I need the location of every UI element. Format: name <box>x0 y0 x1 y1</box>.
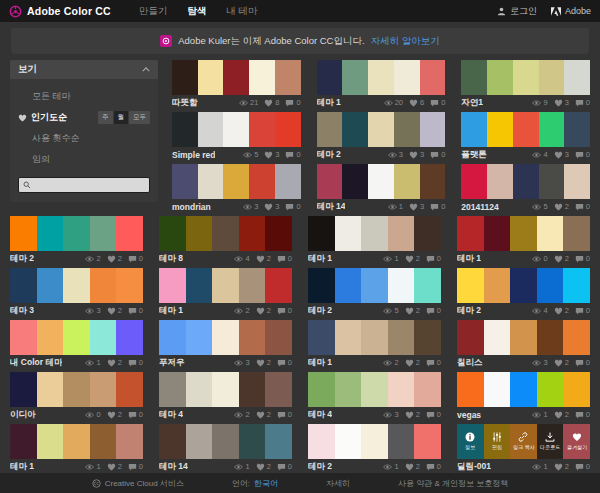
theme-card[interactable]: Simple red530 <box>172 112 301 161</box>
theme-card[interactable]: 테마 1220 <box>159 268 292 317</box>
theme-card[interactable]: 테마 14130 <box>317 164 446 213</box>
theme-card[interactable]: 20141124520 <box>461 164 590 213</box>
details-link[interactable]: 자세히 <box>326 478 350 489</box>
color-swatch <box>249 164 275 199</box>
theme-stat: 0 <box>285 150 300 159</box>
theme-card[interactable]: 자연1930 <box>461 60 590 109</box>
color-swatch <box>90 372 117 407</box>
edit-button[interactable]: 편집 <box>484 424 511 459</box>
theme-caption: 테마 14130 <box>317 200 446 213</box>
theme-card[interactable]: 칠리스320 <box>457 320 590 369</box>
theme-stat: 5 <box>243 150 258 159</box>
color-swatch <box>388 268 415 303</box>
theme-caption: 테마 2120 <box>308 460 441 473</box>
sidebar-item-popularity[interactable]: 인기도순 주 월 모두 <box>18 107 150 128</box>
theme-card[interactable]: 테마 1120 <box>10 424 143 473</box>
nav-item-create[interactable]: 만들기 <box>139 5 168 18</box>
time-filter-month[interactable]: 월 <box>114 111 129 124</box>
theme-card[interactable]: 정보편집링크 복사다운로드즐겨찾기딜림-001120 <box>457 424 590 473</box>
stat-count: 0 <box>586 254 590 263</box>
nav-item-explore[interactable]: 탐색 <box>187 5 206 18</box>
heart-icon <box>554 99 563 107</box>
theme-card[interactable]: 푸저우320 <box>159 320 292 369</box>
theme-card[interactable]: 내 Color 테마120 <box>10 320 143 369</box>
theme-card[interactable]: 테마 4320 <box>308 372 441 421</box>
theme-card[interactable]: 테마 3320 <box>10 268 143 317</box>
theme-card[interactable]: 테마 2120 <box>308 424 441 473</box>
favorite-button[interactable]: 즐겨찾기 <box>563 424 590 459</box>
theme-caption: 딜림-001120 <box>457 460 590 473</box>
color-swatch <box>487 112 513 147</box>
theme-card[interactable]: 테마 2330 <box>317 112 446 161</box>
login-label: 로그인 <box>510 5 537 18</box>
time-filter-all[interactable]: 모두 <box>129 111 150 124</box>
theme-swatches <box>159 424 292 459</box>
language-value[interactable]: 한국어 <box>254 478 278 489</box>
sidebar-header[interactable]: 보기 <box>10 60 158 79</box>
color-swatch <box>317 164 343 199</box>
eye-icon <box>85 255 94 263</box>
stat-count: 0 <box>96 410 100 419</box>
download-button[interactable]: 다운로드 <box>537 424 564 459</box>
app-logo[interactable]: Adobe Color CC <box>9 5 111 18</box>
theme-stat: 3 <box>264 202 279 211</box>
search-input[interactable] <box>34 180 145 190</box>
terms-link[interactable]: 사용 약관 & 개인정보 보호정책 <box>398 478 508 489</box>
theme-stat: 2 <box>256 462 271 471</box>
theme-stat: 2 <box>234 410 249 419</box>
time-filter-week[interactable]: 주 <box>98 111 113 124</box>
theme-card[interactable]: 플랫톤430 <box>461 112 590 161</box>
theme-card[interactable]: 따뜻함2180 <box>172 60 301 109</box>
theme-card[interactable]: 테마 8420 <box>159 216 292 265</box>
sidebar-item-all-themes[interactable]: 모든 테마 <box>18 86 150 107</box>
theme-card[interactable]: 테마 4220 <box>159 372 292 421</box>
theme-card[interactable]: 테마 2220 <box>10 216 143 265</box>
learn-more-link[interactable]: 자세히 알아보기 <box>371 35 440 48</box>
chevron-up-icon[interactable] <box>142 67 150 72</box>
theme-card[interactable]: 테마 2420 <box>457 268 590 317</box>
comment-icon <box>426 411 435 419</box>
theme-name: 테마 1 <box>10 461 34 473</box>
color-swatch <box>564 164 590 199</box>
theme-card[interactable]: 테마 12060 <box>317 60 446 109</box>
theme-card[interactable]: 테마 2520 <box>308 268 441 317</box>
theme-stat: 0 <box>430 98 445 107</box>
theme-stat: 2 <box>234 306 249 315</box>
theme-card[interactable]: 테마 1120 <box>308 216 441 265</box>
stat-count: 0 <box>139 254 143 263</box>
language-setting[interactable]: 언어: 한국어 <box>232 478 278 489</box>
theme-card[interactable]: vegas120 <box>457 372 590 421</box>
eye-icon <box>85 307 94 315</box>
sidebar-item-random[interactable]: 임의 <box>18 149 150 170</box>
adobe-brand[interactable]: Adobe <box>551 6 591 16</box>
heart-icon <box>554 255 563 263</box>
theme-stat: 0 <box>85 410 100 419</box>
color-swatch <box>461 112 487 147</box>
theme-stat: 0 <box>532 254 547 263</box>
comment-icon <box>128 307 137 315</box>
link-button[interactable]: 링크 복사 <box>510 424 537 459</box>
color-swatch <box>90 268 117 303</box>
search-box[interactable] <box>18 177 150 193</box>
color-swatch <box>212 268 239 303</box>
nav-item-my-themes[interactable]: 내 테마 <box>226 5 257 18</box>
theme-caption: 테마 2330 <box>317 148 446 161</box>
color-swatch <box>239 320 266 355</box>
color-swatch <box>10 320 37 355</box>
login-button[interactable]: 로그인 <box>497 5 537 18</box>
theme-card[interactable]: mondrian330 <box>172 164 301 213</box>
color-swatch <box>159 268 186 303</box>
creative-cloud-link[interactable]: Creative Cloud 서비스 <box>92 478 184 489</box>
theme-stat: 2 <box>107 358 122 367</box>
theme-card[interactable]: 테마 1020 <box>457 216 590 265</box>
stat-count: 2 <box>267 358 271 367</box>
theme-card[interactable]: 테마 1220 <box>308 320 441 369</box>
heart-icon <box>554 203 563 211</box>
stat-count: 0 <box>288 410 292 419</box>
theme-stat: 0 <box>277 254 292 263</box>
info-button[interactable]: 정보 <box>457 424 484 459</box>
theme-card[interactable]: 테마 14120 <box>159 424 292 473</box>
sidebar-item-usage-count[interactable]: 사용 횟수순 <box>18 128 150 149</box>
theme-card[interactable]: 이디아020 <box>10 372 143 421</box>
stat-count: 3 <box>245 358 249 367</box>
